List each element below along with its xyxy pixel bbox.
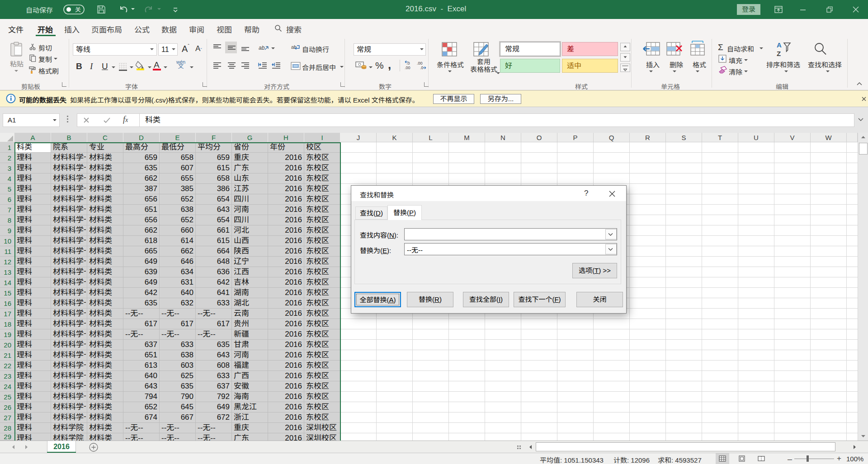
svg-text:Z: Z (777, 50, 781, 57)
svg-text:A: A (777, 41, 782, 49)
svg-text:.00: .00 (405, 66, 410, 70)
svg-text:关: 关 (75, 5, 81, 14)
svg-text:.00: .00 (417, 61, 423, 66)
svg-text:ab: ab (259, 45, 265, 51)
